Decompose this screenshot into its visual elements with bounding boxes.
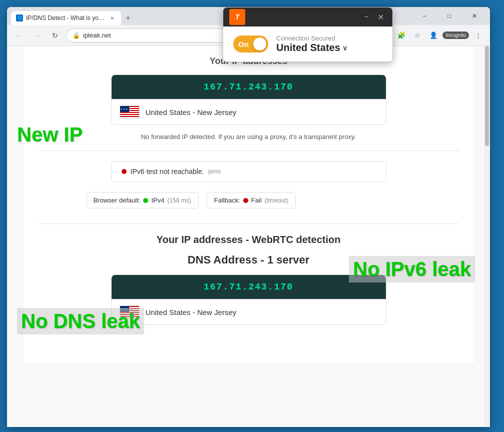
window-controls: − □ ✕	[413, 8, 486, 24]
vpn-popup: T − ✕ On Connection Secured United State…	[223, 7, 393, 62]
browser-default-label: Browser default:	[94, 196, 141, 204]
vpn-minimize-button[interactable]: −	[360, 11, 372, 23]
tab-close-button[interactable]: ✕	[108, 14, 116, 22]
vpn-secured-text: Connection Secured	[276, 34, 347, 42]
maximize-button[interactable]: □	[438, 8, 461, 24]
vpn-popup-header: T − ✕	[223, 8, 392, 26]
vpn-connection-info: Connection Secured United States ∨	[276, 34, 347, 54]
forward-button[interactable]: →	[30, 28, 44, 42]
webrtc-section-title: Your IP addresses - WebRTC detection	[39, 234, 459, 246]
no-forwarded-text: No forwarded IP detected. If you are usi…	[39, 133, 459, 140]
page-content[interactable]: New IP No IPv6 leak No DNS leak Your IP …	[7, 46, 490, 427]
vpn-logo-text: T	[235, 13, 240, 21]
overlay-new-ip: New IP	[17, 124, 83, 146]
close-button[interactable]: ✕	[463, 8, 486, 24]
vpn-toggle-area: On	[233, 36, 268, 52]
bookmark-icon[interactable]: ☆	[410, 28, 424, 42]
dns-location-row: ✦✦✦ United States - New Jersey	[112, 299, 386, 324]
toolbar-icons: 🧩 ☆ 👤 Incognito ⋮	[394, 28, 485, 42]
vpn-toggle-label: On	[238, 40, 249, 48]
ipv4-status-dot	[143, 198, 148, 203]
ip-location-row: ✦✦✦ United States - New Jersey	[112, 99, 386, 124]
connection-tests: Browser default: IPv4 (158 ms) Fallback:…	[86, 192, 411, 208]
overlay-no-ipv6: No IPv6 leak	[349, 256, 475, 282]
overlay-no-dns: No DNS leak	[17, 308, 144, 334]
browser-default-test: Browser default: IPv4 (158 ms)	[86, 192, 199, 208]
vpn-close-button[interactable]: ✕	[374, 11, 386, 23]
vpn-toggle[interactable]: On	[233, 36, 268, 52]
incognito-badge: Incognito	[442, 32, 469, 39]
browser-default-ms: (158 ms)	[167, 197, 191, 204]
us-flag: ✦✦✦	[120, 106, 140, 118]
fallback-status: Fail	[251, 196, 262, 204]
tab-label: IP/DNS Detect - What is your IP,	[26, 14, 105, 22]
fallback-status-dot	[243, 198, 248, 203]
active-tab[interactable]: 🌐 IP/DNS Detect - What is your IP, ✕	[11, 11, 121, 25]
vpn-country[interactable]: United States ∨	[276, 42, 347, 54]
fallback-label: Fallback:	[214, 196, 240, 204]
ipv6-status-text: IPv6 test not reachable.	[131, 168, 204, 176]
fallback-note: (timeout)	[265, 197, 288, 204]
back-button[interactable]: ←	[12, 28, 26, 42]
ipv6-test-box: IPv6 test not reachable. (erro	[111, 161, 386, 182]
browser-default-proto: IPv4	[151, 196, 164, 204]
url-text: ipleak.net	[83, 32, 111, 39]
minimize-button[interactable]: −	[413, 8, 436, 24]
scrollbar[interactable]	[484, 46, 490, 427]
dns-address-card: 167.71.243.170 ✦✦✦ United States - New J…	[111, 274, 386, 325]
dns-location-text: United States - New Jersey	[146, 308, 237, 316]
ipv6-error-note: (erro	[208, 168, 221, 175]
ip-address-value: 167.71.243.170	[112, 75, 386, 99]
extensions-icon[interactable]: 🧩	[394, 28, 408, 42]
favicon-icon: 🌐	[17, 16, 23, 20]
ip-address-card: 167.71.243.170 ✦✦✦ United States - New J…	[111, 74, 386, 125]
menu-icon[interactable]: ⋮	[471, 28, 485, 42]
fallback-test: Fallback: Fail (timeout)	[207, 192, 296, 208]
ipv6-status-dot	[122, 169, 127, 174]
vpn-popup-body: On Connection Secured United States ∨	[223, 26, 392, 62]
browser-window: 🌐 IP/DNS Detect - What is your IP, ✕ + −…	[7, 7, 490, 427]
new-tab-button[interactable]: +	[121, 11, 135, 25]
scrollbar-thumb[interactable]	[485, 46, 489, 146]
vpn-toggle-knob	[253, 38, 266, 50]
ip-location-text: United States - New Jersey	[146, 108, 237, 116]
dns-ip-address-value: 167.71.243.170	[112, 275, 386, 299]
vpn-country-arrow: ∨	[342, 44, 347, 52]
lock-icon: 🔒	[73, 32, 80, 39]
vpn-country-name: United States	[276, 42, 340, 54]
refresh-button[interactable]: ↻	[48, 28, 62, 42]
profile-icon[interactable]: 👤	[426, 28, 440, 42]
vpn-logo: T	[229, 9, 245, 25]
tab-favicon: 🌐	[16, 14, 23, 22]
